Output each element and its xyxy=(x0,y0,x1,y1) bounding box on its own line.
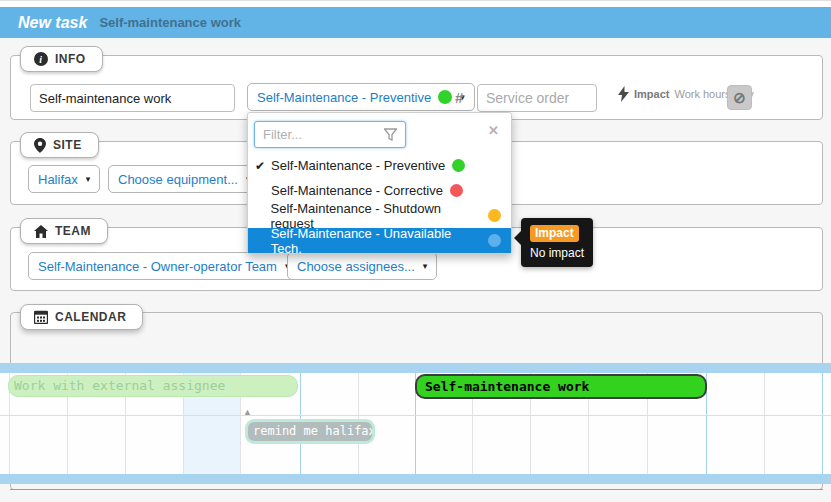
type-options-list: ✔ Self-Maintenance - Preventive Self-Mai… xyxy=(248,153,511,253)
impact-tooltip-badge: Impact xyxy=(530,225,579,242)
team-label: Self-Maintenance - Owner-operator Team xyxy=(38,259,277,274)
calendar-bar-reminder[interactable]: remind me halifax xyxy=(245,419,375,444)
site-dropdown-button[interactable]: Halifax ▾ xyxy=(28,165,100,193)
task-type-dropdown-button[interactable]: Self-Maintenance - Preventive ▾ xyxy=(247,83,475,111)
calendar-bottom-band xyxy=(0,474,831,484)
type-option-corrective[interactable]: Self-Maintenance - Corrective xyxy=(248,178,511,203)
type-option-dot xyxy=(450,184,463,197)
location-pin-icon xyxy=(34,138,46,153)
tab-info[interactable]: i INFO xyxy=(20,46,103,72)
impact-tooltip-text: No impact xyxy=(530,246,584,260)
tab-team[interactable]: TEAM xyxy=(20,218,108,244)
task-type-label: Self-Maintenance - Preventive xyxy=(257,90,431,105)
info-icon: i xyxy=(34,52,48,66)
hash-label: # xyxy=(455,89,463,106)
equipment-dropdown-button[interactable]: Choose equipment... ▾ xyxy=(108,165,261,193)
service-order-input[interactable] xyxy=(477,84,597,112)
marker-triangle-icon: ▲ xyxy=(243,407,252,417)
chevron-down-icon: ▾ xyxy=(86,174,91,184)
tab-calendar-label: CALENDAR xyxy=(55,310,126,324)
calendar-grid-line xyxy=(822,373,823,474)
type-option-preventive[interactable]: ✔ Self-Maintenance - Preventive xyxy=(248,153,511,178)
top-strip xyxy=(0,0,831,7)
tab-team-label: TEAM xyxy=(55,224,91,238)
tab-info-label: INFO xyxy=(55,52,86,66)
equipment-label: Choose equipment... xyxy=(118,172,238,187)
type-option-dot xyxy=(452,159,465,172)
impact-label: Impact xyxy=(634,88,669,100)
new-task-page: New task Self-maintenance work i INFO Se… xyxy=(0,0,831,502)
calendar-scheduler[interactable]: Work with external assignee Self-mainten… xyxy=(0,363,831,484)
site-label: Halifax xyxy=(38,172,78,187)
assignees-dropdown-button[interactable]: Choose assignees... ▾ xyxy=(287,252,437,280)
calendar-bar-task[interactable]: Self-maintenance work xyxy=(415,374,707,399)
calendar-bottom-border xyxy=(10,489,823,490)
type-option-label: Self-Maintenance - Unavailable Tech. xyxy=(271,226,482,256)
ban-icon: ⊘ xyxy=(733,89,746,107)
tab-site[interactable]: SITE xyxy=(20,132,99,158)
page-subtitle: Self-maintenance work xyxy=(99,15,241,30)
chevron-down-icon: ▾ xyxy=(423,261,428,271)
impact-tooltip: Impact No impact xyxy=(521,218,593,267)
calendar-bar-ghost[interactable]: Work with external assignee xyxy=(8,375,298,397)
type-option-unavailable-tech[interactable]: Self-Maintenance - Unavailable Tech. xyxy=(248,228,511,253)
tab-calendar[interactable]: CALENDAR xyxy=(20,304,143,330)
type-dropdown-panel: ✕ ✔ Self-Maintenance - Preventive Self-M… xyxy=(247,112,512,254)
calendar-top-band xyxy=(0,363,831,373)
close-icon[interactable]: ✕ xyxy=(488,123,499,138)
type-option-label: Self-Maintenance - Corrective xyxy=(271,183,443,198)
calendar-grid-line xyxy=(764,373,765,474)
type-option-label: Self-Maintenance - Preventive xyxy=(271,158,445,173)
task-name-input[interactable] xyxy=(30,84,235,112)
type-color-dot xyxy=(438,90,452,104)
calendar-grid[interactable]: Work with external assignee Self-mainten… xyxy=(0,373,831,474)
calendar-icon xyxy=(34,310,48,324)
page-title: New task xyxy=(18,14,87,32)
team-dropdown-button[interactable]: Self-Maintenance - Owner-operator Team ▾ xyxy=(28,252,299,280)
check-icon: ✔ xyxy=(255,159,271,173)
home-icon xyxy=(34,225,48,238)
lightning-icon xyxy=(618,86,629,102)
calendar-row-divider xyxy=(0,415,831,416)
type-option-dot xyxy=(488,209,501,222)
type-option-dot xyxy=(488,234,501,247)
tab-site-label: SITE xyxy=(53,138,82,152)
page-header: New task Self-maintenance work xyxy=(0,7,831,38)
filter-icon xyxy=(384,128,397,141)
assignees-label: Choose assignees... xyxy=(297,259,415,274)
type-option-shutdown-request[interactable]: Self-Maintenance - Shutdown request xyxy=(248,203,511,228)
no-impact-button[interactable]: ⊘ xyxy=(727,85,752,110)
